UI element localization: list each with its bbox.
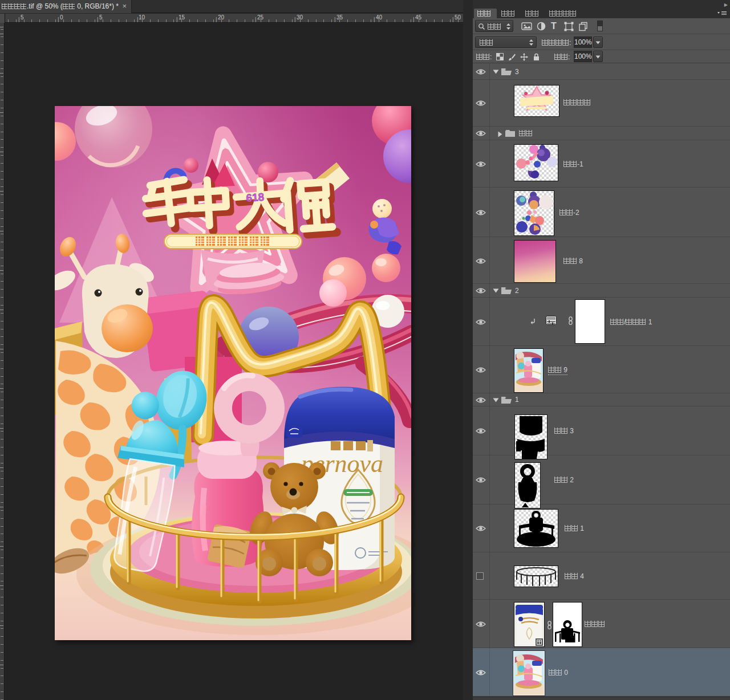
- svg-text:618: 618: [246, 191, 265, 204]
